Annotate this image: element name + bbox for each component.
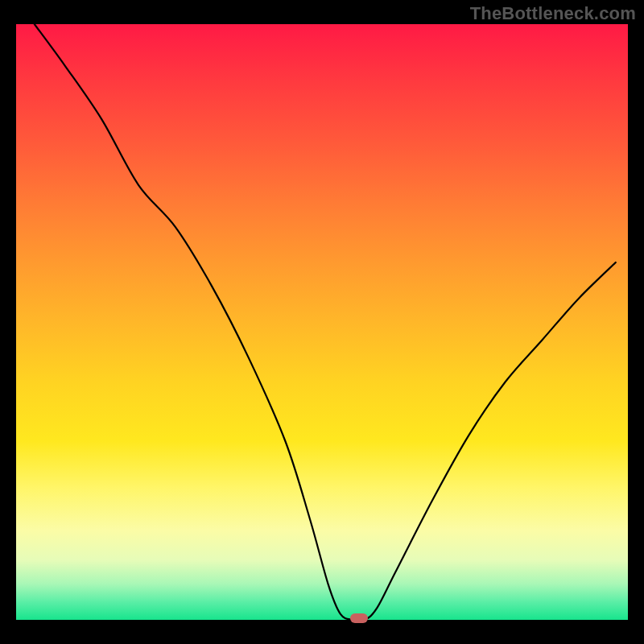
- plot-area: [16, 24, 628, 620]
- chart-frame: TheBottleneck.com: [0, 0, 644, 644]
- bottleneck-curve: [35, 24, 616, 620]
- bottleneck-curve-svg: [16, 24, 628, 620]
- optimal-point-marker: [350, 613, 368, 623]
- attribution-label: TheBottleneck.com: [470, 3, 636, 24]
